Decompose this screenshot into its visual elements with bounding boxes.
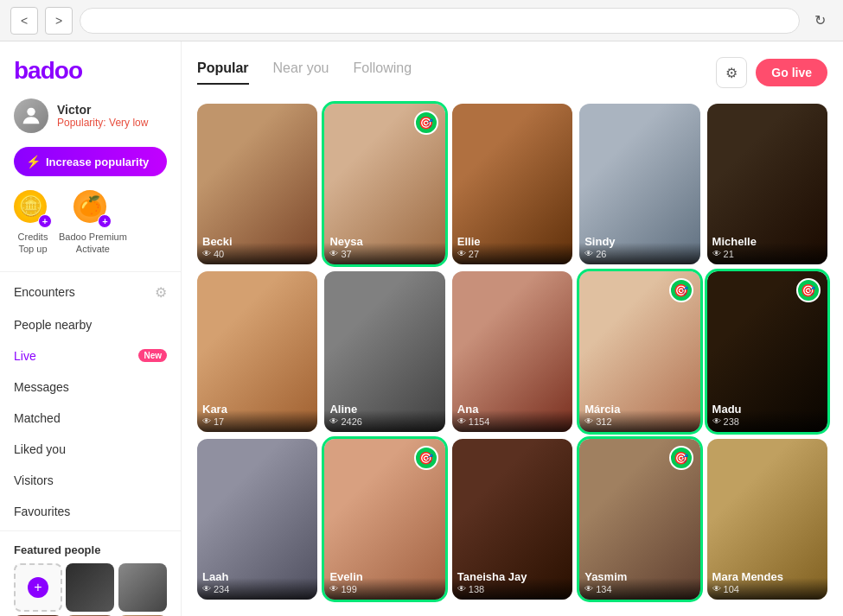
nav-label-matched: Matched: [14, 411, 61, 425]
nav-item-encounters[interactable]: Encounters ⚙: [0, 276, 181, 309]
online-badge-madu: 🎯: [796, 278, 821, 302]
profile-card-sindy[interactable]: Sindy👁26: [579, 104, 699, 264]
profile-card-marcia[interactable]: 🎯Márcia👁312: [579, 271, 699, 432]
card-overlay-taneisha-jay: Taneisha Jay👁138: [452, 563, 572, 600]
card-views-evelin: 👁199: [329, 584, 439, 594]
back-button[interactable]: <: [10, 7, 38, 35]
nav-item-favourites[interactable]: Favourites: [0, 496, 181, 527]
nav-item-matched[interactable]: Matched: [0, 403, 181, 434]
target-icon: 🎯: [418, 116, 433, 130]
profile-card-mara-mendes[interactable]: Mara Mendes👁104: [707, 439, 827, 600]
credits-label: Credits Top up: [18, 231, 48, 256]
online-badge-yasmim: 🎯: [669, 446, 693, 470]
card-overlay-ana: Ana👁1154: [452, 396, 572, 432]
logo-text: badoo: [14, 57, 82, 84]
featured-thumb-1[interactable]: [66, 563, 114, 612]
eye-icon: 👁: [457, 584, 466, 594]
view-count-laah: 234: [214, 584, 229, 594]
card-views-becki: 👁40: [202, 249, 312, 259]
card-overlay-sindy: Sindy👁26: [579, 228, 699, 264]
nav-item-people-nearby[interactable]: People nearby: [0, 309, 181, 340]
eye-icon: 👁: [329, 416, 338, 426]
card-name-neysa: Neysa: [329, 235, 439, 248]
profile-card-taneisha-jay[interactable]: Taneisha Jay👁138: [452, 439, 572, 600]
divider-1: [0, 271, 181, 272]
address-bar[interactable]: [80, 8, 800, 34]
badoo-premium[interactable]: 🍊 + Badoo Premium Activate: [59, 190, 127, 256]
featured-add-button[interactable]: +: [14, 563, 62, 612]
card-name-aline: Aline: [329, 403, 439, 416]
card-views-marcia: 👁312: [584, 416, 694, 427]
profile-card-laah[interactable]: Laah👁234: [197, 439, 317, 600]
card-name-madu: Madu: [712, 403, 822, 416]
forward-button[interactable]: >: [45, 7, 73, 35]
credits-topup[interactable]: 🪙 + Credits Top up: [14, 190, 52, 256]
card-views-neysa: 👁37: [329, 249, 439, 259]
tab-following[interactable]: Following: [353, 60, 412, 85]
browser-bar: < > ↻: [0, 0, 843, 41]
view-count-ana: 1154: [469, 416, 489, 427]
featured-section: Featured people +: [0, 535, 181, 616]
reload-button[interactable]: ↻: [807, 8, 833, 34]
featured-title: Featured people: [14, 543, 167, 556]
nav-item-messages[interactable]: Messages: [0, 372, 181, 403]
nav-item-visitors[interactable]: Visitors: [0, 465, 181, 496]
tab-popular[interactable]: Popular: [197, 60, 249, 85]
card-views-laah: 👁234: [202, 584, 312, 594]
profile-card-neysa[interactable]: 🎯Neysa👁37: [324, 104, 444, 264]
profile-card-evelin[interactable]: 🎯Evelin👁199: [324, 439, 444, 600]
card-name-taneisha-jay: Taneisha Jay: [457, 570, 567, 583]
profile-grid: Becki👁40🎯Neysa👁37Ellie👁27Sindy👁26Michell…: [197, 104, 827, 600]
profile-card-ana[interactable]: Ana👁1154: [452, 271, 572, 432]
featured-thumb-2[interactable]: [118, 563, 167, 612]
nav-item-liked-you[interactable]: Liked you: [0, 434, 181, 465]
view-count-yasmim: 134: [596, 584, 611, 594]
profile-card-madu[interactable]: 🎯Madu👁238: [707, 271, 827, 432]
card-overlay-kara: Kara👁17: [197, 396, 317, 432]
filter-button[interactable]: ⚙: [716, 57, 747, 88]
app-body: badoo Victor Popularity: Very low ⚡ Incr…: [0, 41, 843, 616]
profile-card-kara[interactable]: Kara👁17: [197, 271, 317, 432]
eye-icon: 👁: [584, 584, 593, 594]
target-icon: 🎯: [674, 283, 688, 297]
card-views-ellie: 👁27: [457, 249, 567, 259]
card-overlay-mara-mendes: Mara Mendes👁104: [707, 563, 827, 600]
view-count-ellie: 27: [469, 249, 479, 259]
encounters-settings-icon[interactable]: ⚙: [155, 284, 167, 301]
header-actions: ⚙ Go live: [716, 57, 827, 88]
profile-card-aline[interactable]: Aline👁2426: [324, 271, 444, 432]
live-new-badge: New: [138, 349, 167, 362]
avatar: [14, 98, 48, 133]
card-name-becki: Becki: [202, 235, 312, 248]
user-avatar-icon: [19, 104, 43, 128]
eye-icon: 👁: [712, 584, 721, 594]
card-overlay-evelin: Evelin👁199: [324, 563, 444, 600]
card-name-marcia: Márcia: [584, 403, 694, 416]
premium-label: Badoo Premium Activate: [59, 231, 127, 256]
profile-card-becki[interactable]: Becki👁40: [197, 104, 317, 264]
card-name-ellie: Ellie: [457, 235, 567, 248]
nav-item-live[interactable]: Live New: [0, 340, 181, 372]
svg-point-0: [27, 108, 35, 116]
go-live-button[interactable]: Go live: [756, 59, 827, 86]
popularity-value: Very low: [109, 117, 148, 129]
profile-card-michelle[interactable]: Michelle👁21: [707, 104, 827, 264]
view-count-madu: 238: [724, 416, 739, 427]
credits-plus-icon: +: [38, 214, 52, 228]
tabs: Popular Near you Following: [197, 60, 412, 85]
card-overlay-becki: Becki👁40: [197, 228, 317, 264]
card-views-madu: 👁238: [712, 416, 822, 427]
sidebar-logo: badoo: [0, 41, 181, 92]
eye-icon: 👁: [329, 584, 338, 594]
main-content: Popular Near you Following ⚙ Go live Bec…: [182, 41, 843, 616]
card-name-ana: Ana: [457, 403, 567, 416]
view-count-becki: 40: [214, 249, 224, 259]
view-count-michelle: 21: [724, 249, 734, 259]
eye-icon: 👁: [202, 584, 211, 594]
profile-card-yasmim[interactable]: 🎯Yasmim👁134: [579, 439, 699, 600]
card-overlay-yasmim: Yasmim👁134: [579, 563, 699, 600]
user-name: Victor: [57, 103, 148, 117]
increase-popularity-button[interactable]: ⚡ Increase popularity: [14, 147, 167, 176]
profile-card-ellie[interactable]: Ellie👁27: [452, 104, 572, 264]
tab-near-you[interactable]: Near you: [273, 60, 329, 85]
